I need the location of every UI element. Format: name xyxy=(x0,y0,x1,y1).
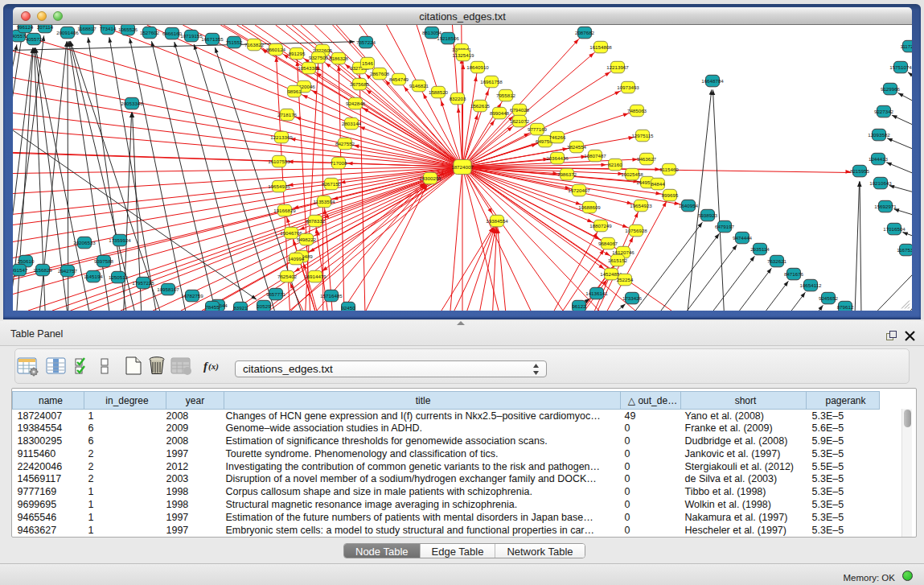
svg-text:899695: 899695 xyxy=(662,192,679,198)
svg-text:11325419: 11325419 xyxy=(452,52,474,58)
svg-text:10958107: 10958107 xyxy=(157,286,179,292)
svg-text:1145194: 1145194 xyxy=(84,274,103,279)
svg-text:18640910: 18640910 xyxy=(466,64,489,70)
svg-text:16961758: 16961758 xyxy=(480,79,503,84)
svg-text:8454749: 8454749 xyxy=(389,76,409,82)
svg-text:20091406: 20091406 xyxy=(56,30,79,35)
svg-text:16107553: 16107553 xyxy=(268,159,290,164)
svg-text:15716485: 15716485 xyxy=(320,293,343,299)
svg-text:8267150: 8267150 xyxy=(322,181,342,187)
svg-text:20364436: 20364436 xyxy=(546,155,569,161)
svg-text:1065526: 1065526 xyxy=(118,27,138,32)
svg-text:1117203: 1117203 xyxy=(900,43,912,49)
svg-text:18724007: 18724007 xyxy=(451,164,474,170)
svg-text:20053346: 20053346 xyxy=(121,101,143,106)
svg-text:15720407: 15720407 xyxy=(568,187,590,193)
svg-text:746266: 746266 xyxy=(549,134,566,140)
svg-text:16671355: 16671355 xyxy=(201,36,224,42)
svg-text:717008: 717008 xyxy=(331,160,347,166)
svg-text:1168817: 1168817 xyxy=(77,26,97,31)
svg-text:2935114: 2935114 xyxy=(750,246,770,252)
svg-text:10025458: 10025458 xyxy=(621,171,643,177)
svg-text:1250513: 1250513 xyxy=(109,274,129,280)
svg-text:10046766: 10046766 xyxy=(280,230,302,236)
svg-text:9146821: 9146821 xyxy=(409,83,429,89)
svg-text:7163822: 7163822 xyxy=(244,42,265,47)
svg-text:8878332: 8878332 xyxy=(306,218,326,224)
svg-text:(x): (x) xyxy=(208,361,219,372)
svg-text:12975115: 12975115 xyxy=(631,133,654,138)
svg-text:405572: 405572 xyxy=(26,36,43,42)
svg-text:7955812: 7955812 xyxy=(496,93,516,98)
svg-text:10756928: 10756928 xyxy=(625,228,647,233)
svg-text:7986372: 7986372 xyxy=(557,171,577,177)
svg-text:15692971: 15692971 xyxy=(874,204,897,209)
svg-text:10807487: 10807487 xyxy=(584,153,606,159)
svg-text:3824554: 3824554 xyxy=(567,144,587,150)
svg-text:7357224: 7357224 xyxy=(356,39,376,45)
svg-text:9129966: 9129966 xyxy=(881,86,901,92)
svg-text:84844: 84844 xyxy=(651,181,665,187)
svg-text:6794028: 6794028 xyxy=(510,107,530,113)
svg-text:98961: 98961 xyxy=(287,89,302,94)
svg-text:879612: 879612 xyxy=(837,304,854,310)
svg-text:2867608: 2867608 xyxy=(370,71,390,76)
svg-text:9115460: 9115460 xyxy=(659,167,679,172)
svg-text:891295: 891295 xyxy=(289,51,306,56)
svg-text:9684067: 9684067 xyxy=(598,241,618,246)
svg-text:1621072: 1621072 xyxy=(510,118,530,124)
svg-text:9242848: 9242848 xyxy=(346,101,366,106)
svg-text:14136141: 14136141 xyxy=(585,290,608,296)
svg-text:9397588: 9397588 xyxy=(94,258,114,264)
svg-text:1546: 1546 xyxy=(362,60,373,66)
svg-text:20529: 20529 xyxy=(257,303,271,309)
svg-text:19218506: 19218506 xyxy=(437,35,459,41)
svg-text:16120746: 16120746 xyxy=(612,249,634,255)
svg-text:10654112: 10654112 xyxy=(799,282,822,288)
svg-text:1156829: 1156829 xyxy=(33,267,52,273)
svg-text:5938923: 5938923 xyxy=(698,212,718,218)
svg-text:10973493: 10973493 xyxy=(617,84,639,90)
svg-text:96122: 96122 xyxy=(572,303,586,309)
svg-text:1640954: 1640954 xyxy=(679,203,699,208)
svg-text:15751074: 15751074 xyxy=(889,64,912,70)
svg-text:62160: 62160 xyxy=(608,162,622,167)
svg-text:16782759: 16782759 xyxy=(181,293,203,299)
svg-text:16914479: 16914479 xyxy=(304,274,326,279)
svg-text:8471676: 8471676 xyxy=(784,271,804,277)
svg-text:17016504: 17016504 xyxy=(883,226,906,232)
svg-text:9245652: 9245652 xyxy=(819,295,839,301)
svg-text:991547: 991547 xyxy=(13,267,28,273)
svg-text:2942757: 2942757 xyxy=(58,268,78,274)
svg-text:996124: 996124 xyxy=(17,25,34,30)
svg-text:10688609: 10688609 xyxy=(578,204,601,210)
svg-text:2087682: 2087682 xyxy=(575,30,595,35)
svg-text:1588520: 1588520 xyxy=(429,89,449,95)
svg-text:6466160: 6466160 xyxy=(162,31,183,36)
svg-text:3675685: 3675685 xyxy=(350,81,370,87)
svg-text:8186328: 8186328 xyxy=(329,56,349,61)
svg-text:8427552: 8427552 xyxy=(335,141,355,146)
svg-text:83921: 83921 xyxy=(233,305,248,311)
svg-text:10210643: 10210643 xyxy=(869,180,892,186)
svg-text:9327500: 9327500 xyxy=(309,55,329,60)
svg-text:2803144: 2803144 xyxy=(342,121,362,126)
svg-text:10719155: 10719155 xyxy=(180,33,203,39)
svg-text:8660124: 8660124 xyxy=(266,47,286,52)
svg-text:78455: 78455 xyxy=(205,304,220,310)
svg-text:1527602: 1527602 xyxy=(140,30,160,35)
svg-text:9463627: 9463627 xyxy=(637,156,657,162)
svg-text:16648784: 16648784 xyxy=(701,78,724,84)
svg-text:1615152: 1615152 xyxy=(608,257,628,263)
svg-text:5498222: 5498222 xyxy=(297,237,317,242)
svg-text:9657771: 9657771 xyxy=(266,291,286,297)
svg-text:751552: 751552 xyxy=(226,39,243,45)
svg-text:7625402: 7625402 xyxy=(277,274,298,279)
svg-text:1733426: 1733426 xyxy=(622,295,643,301)
svg-text:19384554: 19384554 xyxy=(486,218,508,224)
svg-text:1562615: 1562615 xyxy=(470,103,491,109)
svg-text:250610: 250610 xyxy=(18,258,35,264)
svg-text:2718176: 2718176 xyxy=(277,112,298,117)
svg-text:7632621: 7632621 xyxy=(767,258,787,264)
svg-text:8990448: 8990448 xyxy=(490,110,510,116)
